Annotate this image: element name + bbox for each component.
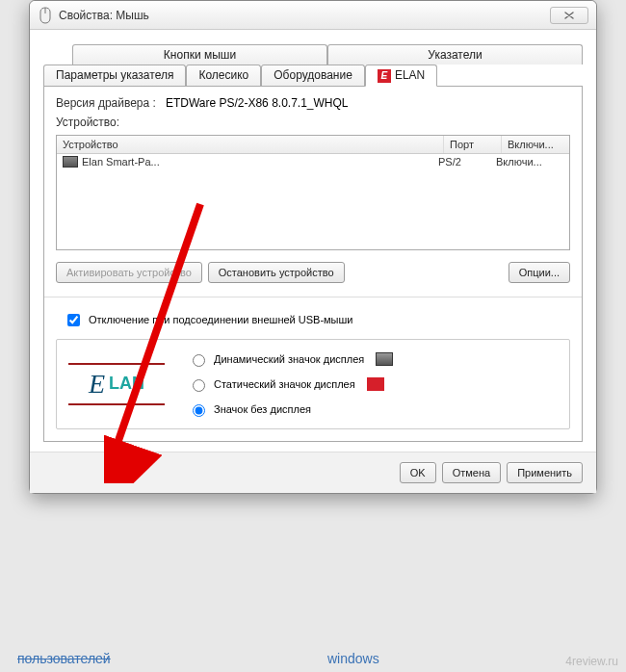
- tab-pointer-options[interactable]: Параметры указателя: [43, 65, 186, 87]
- radio-none-label: Значок без дисплея: [214, 403, 311, 415]
- radio-dynamic[interactable]: [193, 354, 205, 367]
- driver-version-value: ETDWare PS/2-X86 8.0.7.1_WHQL: [166, 96, 349, 110]
- options-button[interactable]: Опции...: [509, 262, 570, 283]
- col-header-device[interactable]: Устройство: [57, 136, 444, 153]
- tab-hardware[interactable]: Оборудование: [261, 65, 365, 87]
- dialog-buttons: OK Отмена Применить: [30, 452, 596, 493]
- radio-static-label: Статический значок дисплея: [214, 378, 355, 390]
- content-area: Кнопки мыши Указатели Параметры указател…: [30, 30, 596, 452]
- radio-static[interactable]: [193, 379, 205, 392]
- activate-device-button[interactable]: Активировать устройство: [56, 262, 202, 283]
- close-button[interactable]: [550, 7, 588, 24]
- tab-wheel[interactable]: Колесико: [186, 65, 261, 87]
- window-title: Свойства: Мышь: [59, 9, 149, 22]
- col-header-enabled[interactable]: Включи...: [502, 136, 569, 153]
- radio-dynamic-row[interactable]: Динамический значок дисплея: [188, 351, 393, 367]
- bg-text-right: windows: [327, 651, 379, 666]
- disable-on-usb-mouse-label: Отключение при подсоединении внешней USB…: [89, 314, 353, 325]
- radio-dynamic-label: Динамический значок дисплея: [214, 353, 364, 365]
- titlebar: Свойства: Мышь: [30, 1, 596, 30]
- cancel-button[interactable]: Отмена: [442, 462, 501, 483]
- separator: [44, 297, 582, 297]
- stop-device-button[interactable]: Остановить устройство: [208, 262, 345, 283]
- radio-none-row[interactable]: Значок без дисплея: [188, 401, 393, 417]
- bg-text-left: пользователей: [17, 651, 111, 666]
- col-header-port[interactable]: Порт: [444, 136, 502, 153]
- device-enabled: Включи...: [496, 156, 563, 168]
- device-name: Elan Smart-Pa...: [82, 156, 160, 168]
- device-label: Устройство:: [56, 116, 119, 129]
- device-list-header: Устройство Порт Включи...: [57, 136, 569, 154]
- device-row[interactable]: Elan Smart-Pa... PS/2 Включи...: [57, 154, 569, 169]
- watermark: 4review.ru: [565, 655, 618, 668]
- static-icon-sample: [367, 377, 384, 391]
- elan-badge-icon: E: [378, 69, 391, 83]
- device-port: PS/2: [438, 156, 496, 168]
- tab-pointers[interactable]: Указатели: [327, 44, 583, 65]
- tab-elan[interactable]: EELAN: [365, 65, 437, 87]
- properties-window: Свойства: Мышь Кнопки мыши Указатели Пар…: [29, 0, 597, 494]
- elan-logo-text: LAN: [109, 374, 144, 394]
- mouse-icon: [38, 7, 53, 24]
- dynamic-icon-sample: [376, 352, 393, 366]
- tabs-lower: Параметры указателя Колесико Оборудовани…: [43, 64, 583, 86]
- tab-elan-label: ELAN: [395, 68, 425, 82]
- device-listbox[interactable]: Устройство Порт Включи... Elan Smart-Pa.…: [56, 135, 570, 250]
- icon-mode-group: ELAN Динамический значок дисплея Статиче…: [56, 339, 570, 429]
- elan-panel-content: Версия драйвера : ETDWare PS/2-X86 8.0.7…: [43, 86, 583, 442]
- driver-version-label: Версия драйвера :: [56, 96, 156, 110]
- elan-logo: ELAN: [68, 363, 165, 405]
- radio-static-row[interactable]: Статический значок дисплея: [188, 376, 393, 392]
- disable-on-usb-mouse-checkbox[interactable]: [67, 314, 80, 326]
- apply-button[interactable]: Применить: [507, 462, 583, 483]
- radio-none[interactable]: [193, 404, 205, 417]
- tab-mouse-buttons[interactable]: Кнопки мыши: [72, 44, 327, 65]
- elan-logo-script: E: [89, 369, 105, 400]
- touchpad-icon: [63, 156, 78, 168]
- ok-button[interactable]: OK: [400, 462, 436, 483]
- tabs-upper: Кнопки мыши Указатели: [72, 43, 583, 64]
